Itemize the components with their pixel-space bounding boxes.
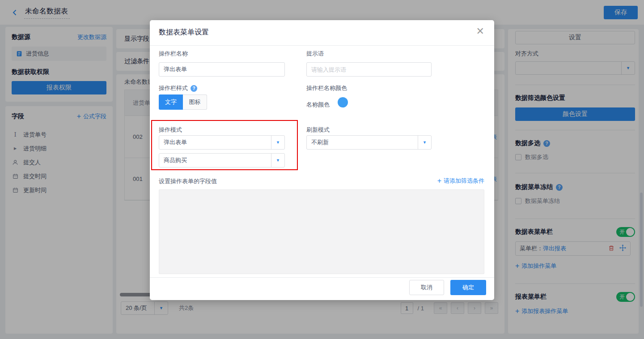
vertical-scrollbar-thumb[interactable]: [640, 193, 643, 307]
add-filter-condition-label: 请添加筛选条件: [444, 177, 484, 185]
app-screen: 未命名数据表 保存 数据源 更改数据源 进货信息 数据获取权限 报表权限 字段 …: [0, 0, 644, 339]
action-mode-label: 操作模式: [159, 126, 182, 134]
action-mode-form-value: 商品购买: [159, 156, 271, 164]
name-color-label: 名称颜色: [306, 101, 330, 109]
modal-title: 数据表菜单设置: [159, 28, 209, 37]
action-mode-select[interactable]: 弹出表单 ▼: [159, 135, 285, 150]
help-icon[interactable]: ?: [191, 85, 197, 92]
refresh-mode-value: 不刷新: [307, 138, 418, 146]
name-color-swatch[interactable]: [338, 97, 348, 107]
refresh-mode-select[interactable]: 不刷新 ▼: [306, 135, 432, 150]
add-filter-condition-link[interactable]: + 请添加筛选条件: [437, 177, 484, 185]
action-bar-name-label: 操作栏名称: [159, 50, 188, 58]
tip-label: 提示语: [306, 50, 324, 58]
table-menu-settings-modal: 数据表菜单设置 ✕ 操作栏名称 提示语 操作栏样式 ? 文字 图标 操作栏名称颜…: [150, 20, 494, 300]
style-text-option[interactable]: 文字: [159, 94, 183, 110]
close-icon[interactable]: ✕: [476, 26, 484, 37]
refresh-mode-label: 刷新模式: [306, 126, 330, 134]
action-mode-value: 弹出表单: [159, 138, 271, 146]
confirm-button[interactable]: 确定: [450, 280, 486, 295]
style-segmented-control: 文字 图标: [159, 94, 207, 110]
action-bar-name-input[interactable]: [159, 62, 285, 77]
action-bar-style-label: 操作栏样式 ?: [159, 84, 197, 92]
tip-input[interactable]: [306, 62, 432, 77]
name-color-title: 操作栏名称颜色: [306, 84, 347, 92]
chevron-down-icon: ▼: [271, 136, 284, 149]
cancel-button[interactable]: 取消: [409, 280, 444, 295]
action-bar-style-label-text: 操作栏样式: [159, 84, 188, 92]
field-value-label: 设置操作表单的字段值: [159, 177, 217, 185]
plus-icon: +: [437, 177, 441, 185]
chevron-down-icon: ▼: [418, 136, 431, 149]
divider: [150, 277, 494, 278]
field-value-area: [159, 189, 484, 274]
chevron-down-icon: ▼: [271, 154, 284, 167]
action-mode-form-select[interactable]: 商品购买 ▼: [159, 153, 285, 167]
style-icon-option[interactable]: 图标: [183, 94, 207, 110]
divider: [150, 45, 494, 46]
